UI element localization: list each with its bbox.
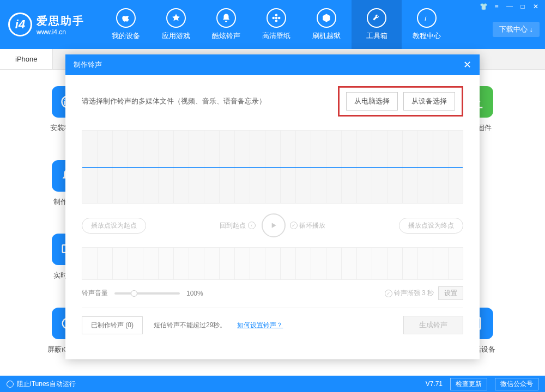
appstore-icon [166, 8, 186, 28]
svg-point-2 [275, 20, 278, 22]
rewind-icon: ‹ [248, 222, 256, 229]
check-icon: ✓ [385, 290, 392, 297]
tools-icon [367, 8, 386, 28]
status-bar: 阻止iTunes自动运行 V7.71 检查更新 微信公众号 [0, 376, 545, 392]
set-start-point-button[interactable]: 播放点设为起点 [82, 218, 146, 234]
minimize-icon[interactable]: — [506, 3, 513, 10]
fade-settings-button[interactable]: 设置 [438, 286, 463, 300]
select-from-device-button[interactable]: 从设备选择 [403, 92, 455, 111]
back-to-start-button[interactable]: 回到起点 ‹ [220, 221, 257, 230]
close-icon[interactable]: ✕ [532, 3, 540, 10]
download-center-button[interactable]: 下载中心 ↓ [493, 22, 540, 37]
volume-value: 100% [186, 290, 203, 297]
nav-my-device[interactable]: 我的设备 [101, 0, 151, 49]
volume-slider[interactable] [114, 292, 180, 295]
generate-ringtone-button[interactable]: 生成铃声 [403, 316, 463, 334]
svg-text:i: i [425, 14, 427, 22]
set-end-point-button[interactable]: 播放点设为终点 [399, 218, 463, 234]
waveform-baseline [82, 167, 463, 168]
created-ringtones-button[interactable]: 已制作铃声 (0) [82, 316, 143, 334]
nav-flash[interactable]: 刷机越狱 [301, 0, 352, 49]
fade-toggle[interactable]: ✓铃声渐强 3 秒 [385, 289, 434, 298]
toggle-icon [7, 381, 14, 388]
modal-header: 制作铃声 ✕ [65, 54, 480, 75]
maximize-icon[interactable]: □ [519, 3, 526, 10]
check-update-button[interactable]: 检查更新 [450, 378, 487, 390]
modal-close-button[interactable]: ✕ [463, 59, 471, 71]
window-controls: 👕 ≡ — □ ✕ [480, 3, 540, 10]
logo-subtitle: www.i4.cn [37, 28, 84, 36]
preview-track[interactable] [82, 247, 463, 280]
play-button[interactable] [262, 213, 286, 237]
nav: 我的设备 应用游戏 酷炫铃声 高清壁纸 刷机越狱 工具箱 i教程中心 [101, 0, 537, 49]
nav-toolbox[interactable]: 工具箱 [352, 0, 402, 49]
select-from-pc-button[interactable]: 从电脑选择 [346, 92, 398, 111]
modal-title: 制作铃声 [74, 60, 102, 70]
nav-tutorials[interactable]: i教程中心 [402, 0, 452, 49]
make-ringtone-modal: 制作铃声 ✕ 请选择制作铃声的多媒体文件（视频、音乐、语音备忘录） 从电脑选择 … [65, 54, 480, 359]
itunes-block-toggle[interactable]: 阻止iTunes自动运行 [7, 379, 76, 389]
logo-mark: i4 [8, 13, 32, 36]
svg-point-0 [275, 17, 278, 20]
bell-icon [216, 8, 236, 28]
nav-apps[interactable]: 应用游戏 [151, 0, 201, 49]
apple-icon [116, 8, 136, 28]
info-icon: i [417, 8, 437, 28]
svg-point-3 [272, 17, 275, 20]
flower-icon [267, 8, 286, 28]
file-hint-text: 请选择制作铃声的多媒体文件（视频、音乐、语音备忘录） [82, 96, 266, 106]
wechat-button[interactable]: 微信公众号 [495, 378, 538, 390]
sms-hint-text: 短信铃声不能超过29秒。 [154, 321, 226, 330]
waveform-editor[interactable] [82, 130, 463, 204]
volume-label: 铃声音量 [82, 289, 108, 298]
check-icon: ✓ [290, 222, 298, 229]
slider-thumb[interactable] [131, 290, 137, 297]
tab-iphone[interactable]: iPhone [0, 49, 53, 69]
logo[interactable]: i4 爱思助手 www.i4.cn [8, 13, 84, 36]
version-label: V7.71 [426, 380, 443, 388]
nav-ringtones[interactable]: 酷炫铃声 [201, 0, 251, 49]
logo-title: 爱思助手 [37, 14, 84, 28]
app-header: i4 爱思助手 www.i4.cn 我的设备 应用游戏 酷炫铃声 高清壁纸 刷机… [0, 0, 545, 49]
svg-point-1 [275, 14, 278, 17]
howto-link[interactable]: 如何设置铃声？ [237, 321, 283, 330]
nav-wallpapers[interactable]: 高清壁纸 [251, 0, 301, 49]
box-icon [317, 8, 336, 28]
svg-point-4 [278, 17, 281, 20]
loop-toggle[interactable]: ✓循环播放 [290, 221, 325, 230]
menu-icon[interactable]: ≡ [493, 3, 500, 10]
skin-icon[interactable]: 👕 [480, 3, 487, 10]
file-source-highlight: 从电脑选择 从设备选择 [338, 86, 463, 117]
